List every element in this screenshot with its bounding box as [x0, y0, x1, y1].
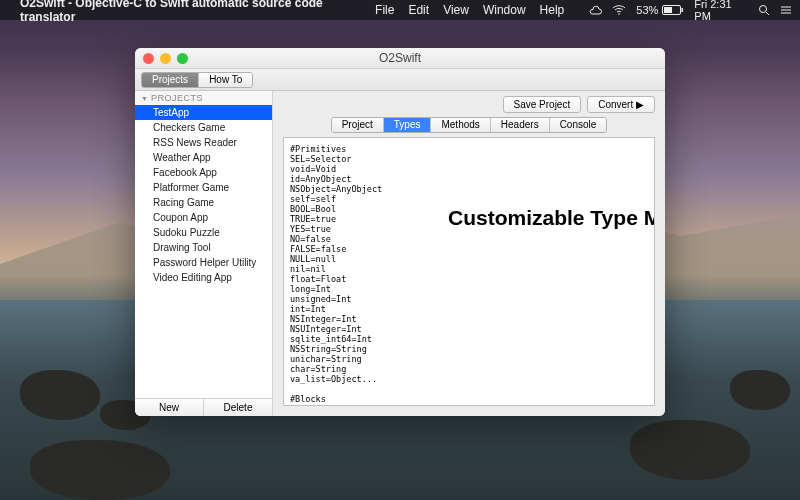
type-mappings-editor[interactable]: #Primitives SEL=Selector void=Void id=An… — [283, 137, 655, 406]
zoom-button[interactable] — [177, 53, 188, 64]
svg-point-4 — [760, 6, 767, 13]
clock[interactable]: Fri 2:31 PM — [694, 0, 748, 22]
new-button[interactable]: New — [135, 399, 204, 416]
wifi-icon[interactable] — [612, 5, 626, 15]
menu-help[interactable]: Help — [540, 3, 565, 17]
svg-point-0 — [618, 13, 620, 15]
main-panel: Save Project Convert ▶ Project Types Met… — [273, 91, 665, 416]
project-item[interactable]: Coupon App — [135, 210, 272, 225]
tab-console[interactable]: Console — [550, 118, 607, 132]
toolbar: Projects How To — [135, 69, 665, 91]
menu-view[interactable]: View — [443, 3, 469, 17]
project-item[interactable]: Drawing Tool — [135, 240, 272, 255]
toolbar-tab-projects[interactable]: Projects — [142, 73, 199, 87]
app-title[interactable]: O2Swift - Objective-C to Swift automatic… — [20, 0, 361, 24]
svg-rect-2 — [664, 7, 672, 13]
toolbar-tab-howto[interactable]: How To — [199, 73, 252, 87]
tab-methods[interactable]: Methods — [431, 118, 490, 132]
titlebar[interactable]: O2Swift — [135, 48, 665, 69]
save-project-button[interactable]: Save Project — [503, 96, 582, 113]
menu-window[interactable]: Window — [483, 3, 526, 17]
sidebar-footer: New Delete — [135, 398, 272, 416]
overlay-caption: Customizable Type Mappings! — [448, 206, 638, 230]
toolbar-segmented: Projects How To — [141, 72, 253, 88]
projects-list: TestApp Checkers Game RSS News Reader We… — [135, 105, 272, 398]
project-item[interactable]: Checkers Game — [135, 120, 272, 135]
window-title: O2Swift — [135, 51, 665, 65]
tab-types[interactable]: Types — [384, 118, 432, 132]
project-item[interactable]: Video Editing App — [135, 270, 272, 285]
project-item[interactable]: RSS News Reader — [135, 135, 272, 150]
app-window: O2Swift Projects How To PROJECTS TestApp… — [135, 48, 665, 416]
main-top-bar: Save Project Convert ▶ — [273, 91, 665, 117]
delete-button[interactable]: Delete — [204, 399, 272, 416]
menu-extra-icon[interactable] — [780, 4, 792, 16]
minimize-button[interactable] — [160, 53, 171, 64]
project-item[interactable]: Platformer Game — [135, 180, 272, 195]
sidebar: PROJECTS TestApp Checkers Game RSS News … — [135, 91, 273, 416]
tab-project[interactable]: Project — [332, 118, 384, 132]
project-item[interactable]: Sudoku Puzzle — [135, 225, 272, 240]
close-button[interactable] — [143, 53, 154, 64]
svg-line-5 — [766, 12, 769, 15]
sidebar-section-header[interactable]: PROJECTS — [135, 91, 272, 105]
battery-status[interactable]: 53% — [636, 4, 684, 16]
tab-headers[interactable]: Headers — [491, 118, 550, 132]
project-item[interactable]: Weather App — [135, 150, 272, 165]
menu-edit[interactable]: Edit — [408, 3, 429, 17]
convert-button[interactable]: Convert ▶ — [587, 96, 655, 113]
macos-menubar: O2Swift - Objective-C to Swift automatic… — [0, 0, 800, 20]
main-tabs: Project Types Methods Headers Console — [331, 117, 608, 133]
project-item[interactable]: Password Helper Utility — [135, 255, 272, 270]
svg-rect-3 — [682, 8, 684, 12]
menu-file[interactable]: File — [375, 3, 394, 17]
project-item[interactable]: Facebook App — [135, 165, 272, 180]
spotlight-icon[interactable] — [758, 4, 770, 16]
project-item[interactable]: Racing Game — [135, 195, 272, 210]
project-item[interactable]: TestApp — [135, 105, 272, 120]
cloud-icon[interactable] — [588, 5, 602, 15]
